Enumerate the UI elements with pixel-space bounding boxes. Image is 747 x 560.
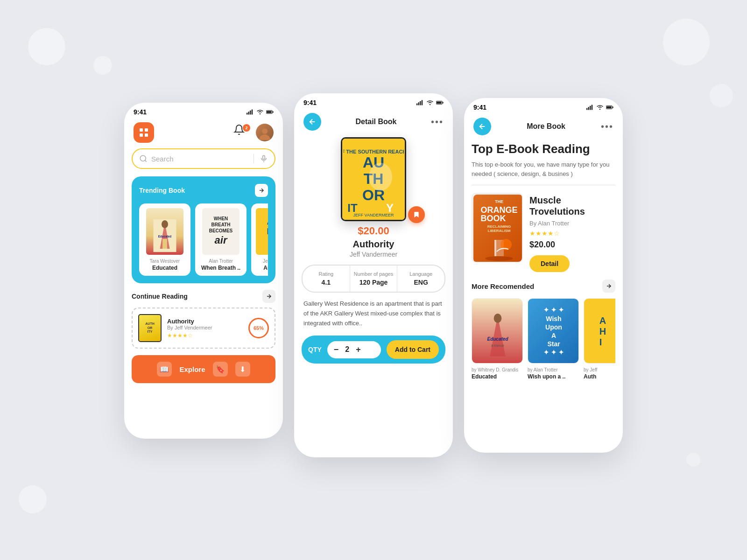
svg-rect-41 <box>590 106 591 110</box>
stat-rating: Rating 4.1 <box>303 266 350 292</box>
reading-thumb: AUTHORITY <box>138 314 162 342</box>
rec-author-wishstar: by Alan Trotter <box>528 367 579 372</box>
qty-control: − 2 + <box>327 341 381 358</box>
reading-card[interactable]: AUTHORITY Authority By Jeff Vendermeer ★… <box>132 308 275 349</box>
explore-button[interactable]: 📖 Explore 🔖 ⬇ <box>132 355 275 383</box>
user-avatar[interactable] <box>256 124 274 141</box>
svg-rect-45 <box>606 106 612 109</box>
progress-value: 65% <box>254 325 264 331</box>
search-bar[interactable]: Search <box>132 148 275 169</box>
rec-book-wishstar[interactable]: ✦ ✦ ✦WishUponAStar✦ ✦ ✦ by Alan Trotter … <box>528 298 579 380</box>
stat-language: Language ENG <box>397 266 444 292</box>
book-card-whenbr[interactable]: WHENBREATHBECOMESair Alan Trotter When B… <box>195 203 247 276</box>
bookmark-icon: 🔖 <box>213 362 228 377</box>
svg-rect-22 <box>416 104 417 105</box>
svg-point-12 <box>259 134 270 140</box>
progress-circle: 65% <box>248 318 269 338</box>
phone-detail: 9:41 <box>294 93 453 457</box>
book-card-educated[interactable]: Educated Tara Westover Educated <box>139 203 190 276</box>
trending-arrow-btn[interactable] <box>255 184 268 197</box>
authority-cover-art: BOOK 2 OF THE SOUTHERN REACH TRILOGY AU … <box>342 139 405 220</box>
continue-title: Continue Reading <box>132 293 188 300</box>
battery-icon <box>266 109 274 115</box>
svg-rect-9 <box>145 128 148 132</box>
book-description: Gallery West Residence is an apartment t… <box>294 299 453 336</box>
avatar-img <box>257 125 272 140</box>
rec-author-educated: by Whitney D. Grandis <box>472 367 523 372</box>
bookmark-fab[interactable] <box>408 206 425 223</box>
rec-book-auth[interactable]: AHI by Jeff Auth <box>584 298 615 380</box>
svg-point-13 <box>262 128 268 134</box>
reading-info: Authority By Jeff Vendermeer ★★★★☆ <box>167 318 243 339</box>
qty-minus-button[interactable]: − <box>334 345 339 355</box>
detail-button[interactable]: Detail <box>529 255 570 272</box>
more-button-2[interactable]: ••• <box>431 117 444 127</box>
more-nav-title: More Book <box>527 122 565 131</box>
rec-title-auth: Auth <box>584 373 615 380</box>
qty-plus-button[interactable]: + <box>356 345 361 355</box>
rating-value: 4.1 <box>306 279 346 286</box>
featured-price: $20.00 <box>529 240 615 250</box>
stats-row: Rating 4.1 Number of pages 120 Page Lang… <box>302 265 445 293</box>
search-placeholder: Search <box>151 155 248 163</box>
book-card-auth[interactable]: AHI Jeff Va Auth <box>251 203 268 276</box>
rating-label: Rating <box>306 271 346 277</box>
rec-books-row: Educated A Memoir by Whitney D. Grandis … <box>472 298 615 380</box>
trending-header: Trending Book <box>139 184 268 197</box>
svg-rect-29 <box>443 102 444 103</box>
pages-value: 120 Page <box>354 279 394 286</box>
more-book-content: Top E-Book Reading This top e-book for y… <box>464 142 623 380</box>
time-2: 9:41 <box>303 99 317 106</box>
svg-rect-42 <box>592 105 592 110</box>
detail-cover-image: BOOK 2 OF THE SOUTHERN REACH TRILOGY AU … <box>341 137 406 221</box>
continue-arrow-btn[interactable] <box>262 290 275 303</box>
book-cover-auth: AHI <box>256 208 268 255</box>
wifi-icon-3 <box>596 105 604 110</box>
qty-label: QTY <box>308 346 322 353</box>
language-label: Language <box>401 271 441 277</box>
svg-rect-15 <box>263 155 265 159</box>
rec-book-educated[interactable]: Educated A Memoir by Whitney D. Grandis … <box>472 298 523 380</box>
mic-icon[interactable] <box>260 154 268 163</box>
signal-icon-3 <box>586 105 594 110</box>
featured-stars: ★★★★☆ <box>529 230 615 237</box>
back-button-2[interactable] <box>303 113 321 131</box>
nav-row-2: Detail Book ••• <box>294 109 453 137</box>
more-button-3[interactable]: ••• <box>601 121 613 132</box>
reading-stars: ★★★★☆ <box>167 332 243 339</box>
svg-rect-6 <box>267 111 272 113</box>
status-bar-1: 9:41 <box>124 103 283 119</box>
battery-icon-3 <box>606 105 613 110</box>
nav-row-3: More Book ••• <box>464 114 623 142</box>
wifi-icon <box>256 109 264 115</box>
svg-text:A Memoir: A Memoir <box>491 344 505 347</box>
book-detail-cover: BOOK 2 OF THE SOUTHERN REACH TRILOGY AU … <box>294 137 453 221</box>
detail-book-title: Authority <box>294 239 453 250</box>
authority-svg: BOOK 2 OF THE SOUTHERN REACH TRILOGY AU … <box>343 140 404 219</box>
add-to-cart-button[interactable]: Add to Cart <box>387 340 439 359</box>
continue-header: Continue Reading <box>132 290 275 303</box>
back-icon-3 <box>478 122 486 131</box>
detail-nav-title: Detail Book <box>355 118 396 126</box>
time-3: 9:41 <box>473 104 486 111</box>
svg-rect-10 <box>140 133 143 137</box>
svg-text:IT: IT <box>347 202 358 214</box>
orange-book-art <box>483 238 515 261</box>
rec-arrow-btn[interactable] <box>602 280 615 293</box>
svg-text:Y: Y <box>386 202 394 214</box>
search-icon <box>139 154 148 163</box>
rec-title: More Recomended <box>472 282 534 290</box>
qty-value: 2 <box>345 345 349 354</box>
app-icon[interactable] <box>134 122 154 143</box>
back-button-3[interactable] <box>473 118 491 135</box>
svg-rect-0 <box>247 113 247 115</box>
book-title-whenbr: When Breath .. <box>199 265 243 271</box>
header-row-1: 2 <box>124 119 283 148</box>
signal-icon <box>247 109 254 115</box>
notification-button[interactable]: 2 <box>233 124 250 141</box>
educated-cover-art: Educated <box>148 219 181 252</box>
rec-title-educated: Educated <box>472 373 523 380</box>
signal-icon-2 <box>416 100 424 105</box>
featured-book-card: THE ORANGEBOOK RECLAIMING LIBERALISM <box>472 193 615 272</box>
phone-more: 9:41 <box>464 98 623 453</box>
